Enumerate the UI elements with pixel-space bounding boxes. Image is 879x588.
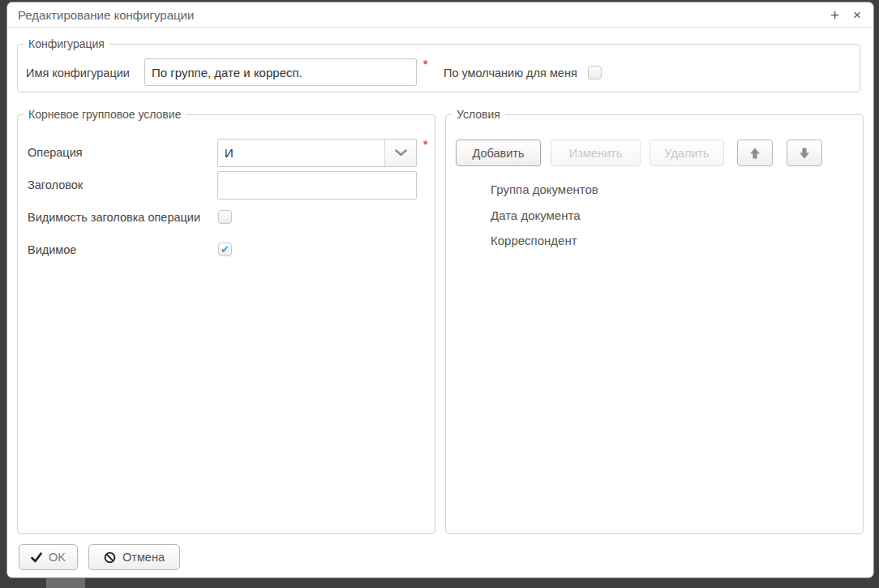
list-item[interactable]: Дата документа <box>446 203 861 229</box>
list-item[interactable]: Корреспондент <box>446 228 861 254</box>
operation-label: Операция <box>28 144 83 161</box>
cancel-label: Отмена <box>122 551 165 564</box>
add-button[interactable]: Добавить <box>456 139 541 166</box>
ok-button[interactable]: OK <box>19 544 78 570</box>
cancel-button[interactable]: Отмена <box>88 544 180 570</box>
visible-checkbox[interactable]: ✔ <box>218 242 232 256</box>
header-input[interactable] <box>217 171 417 200</box>
root-group-legend: Корневое групповое условие <box>24 109 186 120</box>
configuration-legend: Конфигурация <box>24 38 109 49</box>
required-asterisk: * <box>423 58 427 71</box>
conditions-section: Условия Добавить Изменить Удалить Группа… <box>445 109 864 534</box>
close-icon[interactable]: × <box>853 8 861 22</box>
check-icon: ✔ <box>221 244 229 255</box>
delete-button[interactable]: Удалить <box>650 139 724 166</box>
arrow-down-icon <box>798 147 811 160</box>
maximize-icon[interactable]: + <box>830 7 839 23</box>
operation-select[interactable]: И <box>217 139 417 167</box>
dialog-footer: OK Отмена <box>19 544 180 570</box>
configuration-section: Конфигурация Имя конфигурации * По умолч… <box>17 38 860 92</box>
cancel-icon <box>104 552 116 564</box>
conditions-toolbar: Добавить Изменить Удалить <box>456 139 836 166</box>
conditions-list: Группа документов Дата документа Корресп… <box>446 177 861 254</box>
ok-label: OK <box>49 551 66 564</box>
edit-button[interactable]: Изменить <box>551 139 641 166</box>
move-down-button[interactable] <box>787 139 822 166</box>
check-icon <box>31 552 42 563</box>
arrow-up-icon <box>748 147 761 160</box>
dialog-title: Редактирование конфигурации <box>18 8 830 22</box>
operation-header-visibility-checkbox[interactable] <box>218 210 232 224</box>
required-asterisk: * <box>423 138 427 151</box>
background-patch <box>46 578 85 588</box>
operation-value: И <box>218 139 384 166</box>
operation-header-visibility-label: Видимость заголовка операции <box>28 209 200 225</box>
titlebar: Редактирование конфигурации + × <box>7 2 873 28</box>
default-for-me-checkbox[interactable] <box>588 66 602 79</box>
default-for-me-label: По умолчанию для меня <box>444 65 577 81</box>
list-item[interactable]: Группа документов <box>446 177 861 203</box>
visible-label: Видимое <box>28 242 76 258</box>
conditions-legend: Условия <box>452 109 505 120</box>
move-up-button[interactable] <box>737 139 773 166</box>
edit-configuration-dialog: Редактирование конфигурации + × Конфигур… <box>6 2 874 578</box>
chevron-down-icon[interactable] <box>384 139 416 166</box>
root-group-condition-section: Корневое групповое условие Операция И * … <box>17 109 435 534</box>
config-name-input[interactable] <box>144 58 417 86</box>
header-label: Заголовок <box>28 177 83 193</box>
config-name-label: Имя конфигурации <box>26 65 130 81</box>
